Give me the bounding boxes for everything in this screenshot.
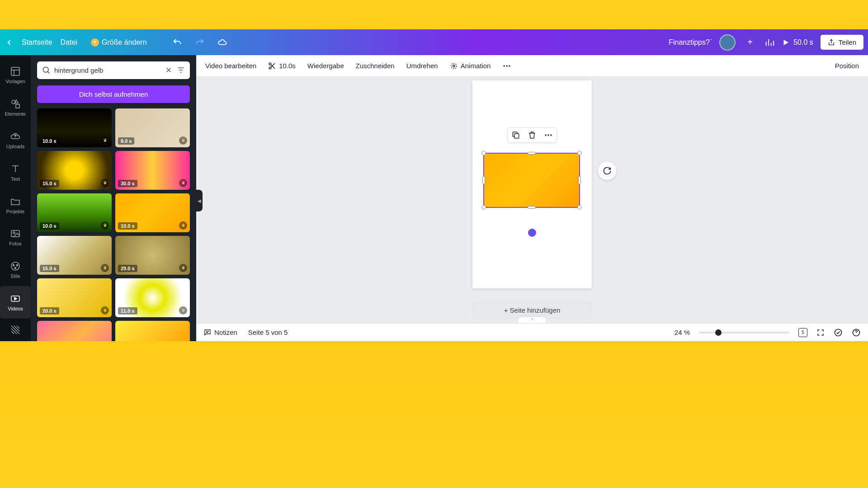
resize-handle[interactable] xyxy=(481,205,486,210)
avatar[interactable] xyxy=(719,34,736,51)
video-thumbnail[interactable] xyxy=(115,321,190,341)
premium-crown-icon: ♛ xyxy=(101,136,109,145)
refresh-icon[interactable] xyxy=(598,162,616,180)
filter-icon[interactable] xyxy=(176,66,185,75)
resize-handle[interactable] xyxy=(481,151,486,155)
bottom-bar: Notizen Seite 5 von 5 24 % 5 xyxy=(196,323,868,341)
back-icon[interactable] xyxy=(5,38,14,47)
side-panel: Dich selbst aufnehmen 10.0 s♛8.0 s♛15.0 … xyxy=(31,55,196,341)
animation-button[interactable]: Animation xyxy=(450,62,491,70)
resize-handle[interactable] xyxy=(528,206,536,209)
rail-templates[interactable]: Vorlagen xyxy=(0,59,31,91)
premium-crown-icon: ♛ xyxy=(101,264,109,272)
svg-rect-3 xyxy=(11,230,19,237)
svg-point-7 xyxy=(17,265,18,266)
resize-button[interactable]: ✦ Größe ändern xyxy=(91,38,147,47)
grid-view-icon[interactable]: 5 xyxy=(798,328,807,337)
video-thumbnail[interactable]: 11.0 s♛ xyxy=(115,278,190,317)
resize-handle[interactable] xyxy=(482,176,485,184)
cloud-sync-icon[interactable] xyxy=(217,38,227,47)
present-button[interactable]: 50.0 s xyxy=(782,38,813,47)
video-thumbnail[interactable] xyxy=(37,321,112,341)
premium-crown-icon: ♛ xyxy=(101,306,109,314)
video-thumbnail[interactable]: 8.0 s♛ xyxy=(115,108,190,147)
svg-rect-0 xyxy=(11,67,19,75)
premium-crown-icon: ♛ xyxy=(179,264,187,272)
rail-text[interactable]: Text xyxy=(0,156,31,189)
svg-point-8 xyxy=(15,267,16,269)
record-yourself-button[interactable]: Dich selbst aufnehmen xyxy=(37,85,190,103)
rail-label: Stile xyxy=(10,273,20,279)
video-thumbnail[interactable]: 10.0 s♛ xyxy=(37,193,112,232)
more-icon[interactable] xyxy=(544,131,553,140)
svg-point-19 xyxy=(545,134,547,136)
rail-background[interactable] xyxy=(0,319,31,341)
results-grid: 10.0 s♛8.0 s♛15.0 s♛30.0 s♛10.0 s♛10.0 s… xyxy=(37,108,190,341)
position-button[interactable]: Position xyxy=(835,62,859,70)
premium-crown-icon: ♛ xyxy=(179,221,187,230)
clip-duration-label: 10.0s xyxy=(279,62,296,70)
resize-handle[interactable] xyxy=(577,205,582,210)
rail-uploads[interactable]: Uploads xyxy=(0,124,31,156)
home-link[interactable]: Startseite xyxy=(22,38,52,47)
premium-crown-icon: ♛ xyxy=(179,136,187,145)
resize-handle[interactable] xyxy=(578,176,581,184)
svg-point-4 xyxy=(13,232,15,234)
rail-elements[interactable]: Elemente xyxy=(0,91,31,124)
video-thumbnail[interactable]: 15.0 s♛ xyxy=(37,151,112,190)
video-thumbnail[interactable]: 20.0 s♛ xyxy=(37,278,112,317)
help-icon[interactable] xyxy=(852,328,861,337)
rail-photos[interactable]: Fotos xyxy=(0,221,31,253)
rail-label: Videos xyxy=(8,306,23,311)
zoom-slider[interactable] xyxy=(699,332,789,333)
svg-rect-18 xyxy=(514,134,519,138)
fullscreen-icon[interactable] xyxy=(816,328,825,337)
canvas-page[interactable]: 👤 xyxy=(472,80,592,288)
rail-videos[interactable]: Videos xyxy=(0,286,31,319)
file-menu[interactable]: Datei xyxy=(61,38,77,47)
edit-video-button[interactable]: Video bearbeiten xyxy=(205,62,256,70)
undo-icon[interactable] xyxy=(172,38,182,47)
clip-duration-button[interactable]: 10.0s xyxy=(268,62,296,70)
more-icon[interactable] xyxy=(502,61,511,70)
clear-icon[interactable] xyxy=(165,66,173,74)
rail-projects[interactable]: Projekte xyxy=(0,189,31,221)
thumbnail-duration: 11.0 s xyxy=(118,307,137,314)
notes-label: Notizen xyxy=(214,328,237,336)
rail-label: Uploads xyxy=(6,144,24,149)
thumbnail-duration: 15.0 s xyxy=(40,180,59,187)
video-thumbnail[interactable]: 30.0 s♛ xyxy=(115,151,190,190)
search-input[interactable] xyxy=(54,66,161,74)
resize-handle[interactable] xyxy=(577,151,582,155)
search-bar xyxy=(37,61,190,79)
rail-styles[interactable]: Stile xyxy=(0,253,31,286)
project-title[interactable]: Finanztipps?` xyxy=(669,38,712,47)
playback-button[interactable]: Wiedergabe xyxy=(307,62,344,70)
redo-icon[interactable] xyxy=(195,38,205,47)
selected-element[interactable] xyxy=(483,153,580,208)
search-icon xyxy=(42,66,51,75)
video-thumbnail[interactable]: 29.0 s♛ xyxy=(115,236,190,275)
duplicate-icon[interactable] xyxy=(511,131,520,140)
resize-handle[interactable] xyxy=(528,152,536,155)
svg-point-13 xyxy=(453,65,455,67)
video-thumbnail[interactable]: 10.0 s♛ xyxy=(115,193,190,232)
page-indicator[interactable]: Seite 5 von 5 xyxy=(248,328,288,336)
zoom-level[interactable]: 24 % xyxy=(675,328,690,336)
insights-icon[interactable] xyxy=(764,38,774,47)
crop-button[interactable]: Zuschneiden xyxy=(356,62,395,70)
notes-button[interactable]: Notizen xyxy=(203,328,237,337)
video-thumbnail[interactable]: 15.0 s♛ xyxy=(37,236,112,275)
share-button[interactable]: Teilen xyxy=(821,35,863,50)
svg-point-5 xyxy=(11,262,19,270)
expand-timeline-icon[interactable]: ⌃ xyxy=(518,317,547,323)
trash-icon[interactable] xyxy=(528,131,537,140)
add-member-button[interactable]: + xyxy=(743,35,757,50)
flip-button[interactable]: Umdrehen xyxy=(406,62,438,70)
svg-point-14 xyxy=(451,63,457,69)
check-icon[interactable] xyxy=(834,328,843,337)
thumbnail-duration: 10.0 s xyxy=(40,137,59,145)
stage[interactable]: 👤 + Seite hinzufügen ⌃ xyxy=(196,77,868,323)
video-thumbnail[interactable]: 10.0 s♛ xyxy=(37,108,112,147)
thumbnail-duration: 10.0 s xyxy=(118,222,137,230)
